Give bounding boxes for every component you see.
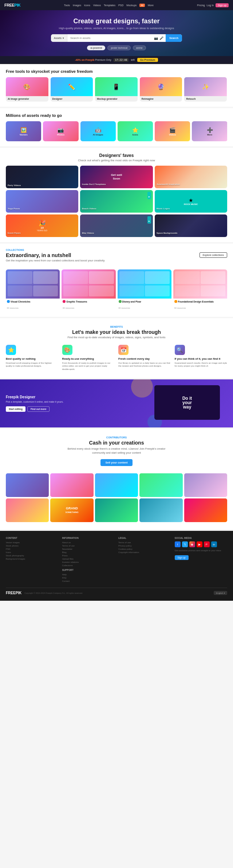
footer-bottom: FREEPIK Copyright © 2010-2024 Freepik Co… [6, 588, 227, 595]
nav-videos[interactable]: Videos [93, 4, 101, 7]
asset-vectors[interactable]: 🖼️ Vectors [6, 121, 41, 141]
hero-title: Create great designs, faster [6, 17, 227, 25]
footer-link-blog[interactable]: Blog [62, 551, 115, 553]
pinterest-icon[interactable]: P [204, 541, 210, 547]
find-out-more-button[interactable]: Find out more [27, 406, 50, 412]
footer-link-photos[interactable]: Stock photos [6, 545, 59, 547]
nav-mockups[interactable]: Mockups [126, 4, 137, 7]
instagram-icon[interactable]: ◉ [189, 541, 195, 547]
nav-more[interactable]: More [148, 4, 154, 7]
hero-tag-2[interactable]: poster technical [107, 46, 131, 50]
footer-link-cookies[interactable]: Cookies policy [118, 548, 171, 550]
explore-collections-button[interactable]: Explore collections [200, 252, 227, 258]
logo[interactable]: FREEPIK [4, 3, 20, 7]
footer-link-contact[interactable]: Contact [62, 580, 115, 582]
search-type-label: Assets [54, 37, 62, 39]
footer-link-stock-photo[interactable]: Stock photography [6, 555, 59, 557]
footer-link-faq[interactable]: FAQ [62, 577, 115, 579]
tool-card-ai-gen[interactable]: 🎨 AI image generator [6, 77, 48, 102]
asset-icons[interactable]: ⭐ Icons [118, 121, 153, 141]
search-button[interactable]: Search [166, 34, 182, 42]
collections-header: Extraordinary, in a nutshell Get the ins… [6, 252, 227, 266]
footer-link-newsletter[interactable]: Newsletter [62, 548, 115, 550]
nav-images[interactable]: Images [73, 4, 81, 7]
fave-yoga[interactable]: Yoga Poses [6, 190, 78, 213]
mic-icon[interactable]: 🎤 [159, 36, 163, 40]
fave-bbq[interactable]: ▶ Bbq Videos [80, 214, 153, 237]
asset-videos[interactable]: 🎬 Videos [155, 121, 190, 141]
nav-templates[interactable]: Templates [104, 4, 115, 7]
collection-graphic-treasures[interactable]: Graphic Treasures 60 resources [62, 269, 115, 312]
footer-link-investor[interactable]: Investor relations [62, 561, 115, 563]
facebook-icon[interactable]: f [175, 541, 181, 547]
fave-juneteenth[interactable]: Juneteenth Inspiration [155, 166, 227, 188]
footer-link-copyright[interactable]: Copyright information [118, 551, 171, 553]
fave-events[interactable]: 🎉 10 YEARS OLD Event Flyers [6, 214, 78, 237]
contributors-section: CONTRIBUTORS Cash in your creations Behi… [0, 429, 233, 529]
collection-disney-pixar[interactable]: Disney and Pixar 60 resources [118, 269, 171, 312]
language-selector[interactable]: English ▾ [214, 591, 227, 595]
benefits-subtitle: Find the most up-to-date vocabulary of i… [6, 336, 227, 339]
fave-label-3: Juneteenth Inspiration [157, 183, 180, 185]
footer-link-psd[interactable]: PSD [6, 548, 59, 550]
asset-more[interactable]: ➕ More [192, 121, 227, 141]
footer-link-vectors[interactable]: Vector images [6, 541, 59, 544]
hero-tag-1[interactable]: ai-powered [87, 46, 105, 50]
nav-tools[interactable]: Tools [64, 4, 70, 7]
login-link[interactable]: Log In [207, 4, 214, 7]
footer-link-privacy[interactable]: Privacy policy [118, 545, 171, 547]
fave-music[interactable]: ★ ROCK MUSIC Music Logos [155, 190, 227, 213]
go-premium-button[interactable]: Go Premium [137, 58, 158, 62]
tool-card-reimagine[interactable]: 🔮 Reimagine [140, 77, 182, 102]
footer-link-collections[interactable]: Collections [62, 564, 115, 567]
asset-ai[interactable]: 🤖 AI images [80, 121, 116, 141]
search-input[interactable] [67, 34, 152, 42]
footer-link-upload[interactable]: Upload files [62, 558, 115, 560]
fave-label-4: Yoga Poses [8, 208, 20, 210]
faves-grid: Party Videos Get wellSoon Inside Out 2 T… [6, 166, 227, 237]
footer-link-press[interactable]: Press [62, 555, 115, 557]
asset-photos[interactable]: 📷 Photos [43, 121, 78, 141]
collection-visual-chronicles[interactable]: Visual Chronicles 60 resources [6, 269, 60, 312]
footer-newsletter-text: Get exclusive promos sent straight to yo… [175, 549, 228, 552]
tool-label-reimagine: Reimagine [140, 96, 182, 102]
newsletter-signup-button[interactable]: Sign up [175, 555, 189, 560]
camera-icon[interactable]: 📷 [154, 36, 158, 40]
hero-tag-3[interactable]: anime [133, 46, 146, 50]
nav-icons[interactable]: Icons [84, 4, 90, 7]
footer-link-bg[interactable]: Background images [6, 558, 59, 560]
nav-psd[interactable]: PSD [118, 4, 123, 7]
free-tools-section: Free tools to skyrocket your creative fr… [0, 64, 233, 107]
fave-inside-out[interactable]: Get wellSoon Inside Out 2 Templates [80, 166, 153, 188]
footer-link-help[interactable]: Help [62, 573, 115, 576]
tool-card-retouch[interactable]: ✨ Retouch [184, 77, 227, 102]
twitter-icon[interactable]: 𝕏 [182, 541, 188, 547]
fave-space[interactable]: Space Backgrounds [155, 214, 227, 237]
benefits-grid: ⭐ Best quality or nothing Download scrol… [6, 345, 227, 371]
signup-button[interactable]: Sign up [216, 3, 229, 7]
youtube-icon[interactable]: ▶ [197, 541, 202, 547]
footer-link-terms-of-use[interactable]: Terms of use [118, 541, 171, 544]
footer-link-icons[interactable]: Icons [6, 551, 59, 553]
sell-content-button[interactable]: Sell your content [100, 459, 133, 466]
search-type-selector[interactable]: Assets ▾ [51, 34, 67, 42]
nav-ai[interactable]: AI [139, 4, 145, 7]
contrib-img-6 [6, 498, 49, 522]
footer-link-terms[interactable]: Terms of use [62, 545, 115, 547]
fave-party-videos[interactable]: Party Videos [6, 166, 78, 188]
pricing-link[interactable]: Pricing [197, 4, 205, 7]
linkedin-icon[interactable]: in [211, 541, 217, 547]
start-editing-button[interactable]: Start editing [6, 406, 25, 412]
tool-img-designer: ✏️ [51, 77, 93, 96]
footer-logo[interactable]: FREEPIK [6, 591, 21, 595]
collection-info-1: Visual Chronicles 60 resources [6, 299, 60, 312]
assets-section: Millions of assets ready to go 🖼️ Vector… [0, 108, 233, 146]
collection-foundational[interactable]: Foundational Design Essentials 60 resour… [173, 269, 227, 312]
footer-grid: CONTENT Vector images Stock photos PSD I… [6, 537, 227, 583]
promo-only: Only [106, 59, 111, 61]
fave-beach[interactable]: ▶ Beach Videos [80, 190, 153, 213]
tool-card-designer[interactable]: ✏️ Designer [51, 77, 93, 102]
promo-text: -40% on Freepik Premium Only [75, 59, 111, 61]
footer-link-about[interactable]: About us [62, 541, 115, 544]
tool-card-mockup[interactable]: 📱 Mockup generator [95, 77, 138, 102]
